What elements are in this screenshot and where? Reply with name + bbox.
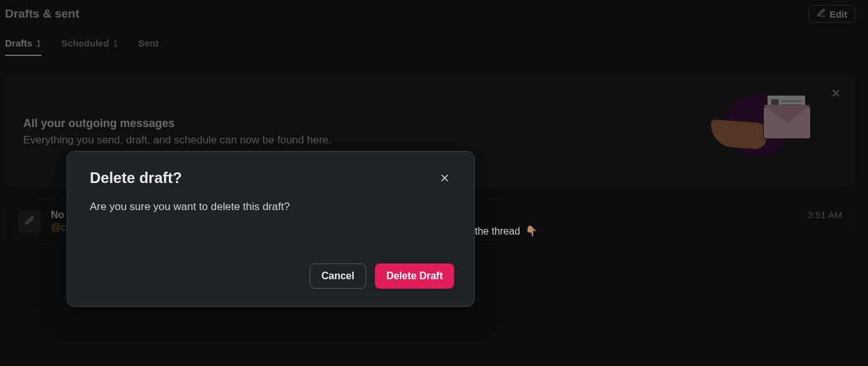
cancel-button[interactable]: Cancel [310,263,366,289]
close-icon [439,172,450,186]
dialog-body: Are you sure you want to delete this dra… [90,201,454,213]
delete-draft-button[interactable]: Delete Draft [375,263,454,289]
point-down-emoji-icon: 👇🏽 [525,225,538,237]
draft-preview-overflow: the thread 👇🏽 [475,225,538,237]
delete-draft-dialog: Delete draft? Are you sure you want to d… [67,151,475,307]
draft-snippet-tail: the thread [475,226,520,237]
dialog-close-button[interactable] [435,169,454,188]
dialog-title: Delete draft? [90,169,182,187]
